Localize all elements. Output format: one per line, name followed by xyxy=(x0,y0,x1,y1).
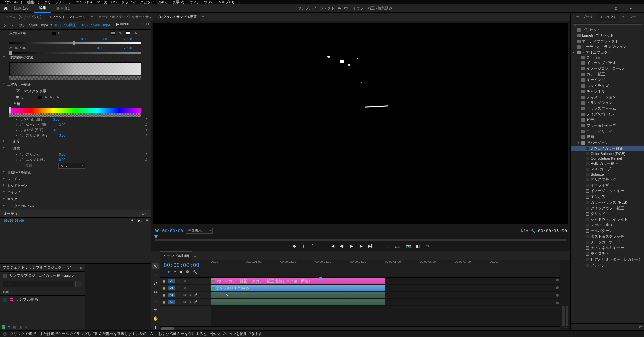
program-timecode[interactable]: 00:00:00:00 xyxy=(154,228,183,233)
effect-folder-item[interactable]: Lumetri プリセット xyxy=(571,33,644,38)
overflow-icon[interactable]: » xyxy=(80,266,82,270)
step-forward-button[interactable]: |▶ xyxy=(358,243,364,249)
timeline-zoom-scrollbar[interactable] xyxy=(160,326,560,330)
project-search-input[interactable] xyxy=(3,281,73,287)
project-panel-title[interactable]: プロジェクト：サンプルプロジェクト_34... xyxy=(3,265,75,270)
eyedropper-icon[interactable]: ✎ xyxy=(58,31,61,36)
play-button[interactable]: ▶ xyxy=(348,243,354,249)
out-white-val[interactable]: 255.0 xyxy=(124,46,137,50)
export-frame-button[interactable]: 📷 xyxy=(405,243,411,249)
list-view-icon[interactable]: ≡ xyxy=(8,325,10,329)
panel-menu-icon[interactable]: ≡ xyxy=(90,15,94,19)
settings-icon[interactable]: ⚙ xyxy=(186,270,189,274)
effect-folder-item[interactable]: イメージコントロール xyxy=(571,66,644,71)
luma-section[interactable]: 輝度 xyxy=(0,145,151,152)
zoom-slider[interactable]: ○─ xyxy=(25,325,30,329)
in-white-val[interactable]: 255.0 xyxy=(124,37,137,41)
menu-window[interactable]: ウィンドウ(W) xyxy=(189,0,214,5)
effect-preset-item[interactable]: スポイト塗り xyxy=(571,222,644,228)
effect-preset-item[interactable]: Convolution Kernel xyxy=(571,156,644,161)
white-swatch[interactable] xyxy=(126,31,130,35)
track-output-v2[interactable] xyxy=(556,279,559,281)
clip-audio-a2[interactable] xyxy=(211,299,385,305)
selection-tool[interactable]: ↖ xyxy=(152,263,159,269)
show-mask-checkbox[interactable] xyxy=(16,89,20,93)
track-head-v1[interactable]: 🔒V1⬚👁 xyxy=(160,285,211,292)
timeline-content[interactable]: 3ウェイカラー補正 二次カラー補正 色相しきい値（開始） サンプル001.mp4… xyxy=(211,278,560,326)
panel-menu-icon[interactable]: ≡ xyxy=(621,15,626,19)
snap-toggle[interactable]: ⁕ xyxy=(167,270,170,274)
collapse-icon[interactable]: ▴ ○ xyxy=(142,211,147,216)
effect-folder-item[interactable]: オーディオトランジション xyxy=(571,44,644,50)
hue-section[interactable]: 色相 xyxy=(0,101,151,107)
invert-dropdown[interactable]: なし xyxy=(58,163,85,169)
workspace-menu-icon[interactable]: ≡ xyxy=(630,6,632,10)
color-label-icon[interactable] xyxy=(2,325,5,329)
effect-folder-item[interactable]: ユーティリティ xyxy=(571,128,644,134)
extract-button[interactable]: ⬚⬚ xyxy=(396,243,402,249)
effect-preset-item[interactable]: テクスチャ xyxy=(571,251,644,257)
effect-preset-item[interactable]: イメージマットキー xyxy=(571,188,644,194)
safe-margins-button[interactable]: ▭ xyxy=(424,243,430,249)
menu-view[interactable]: 表示(V) xyxy=(172,0,184,5)
track-select-tool[interactable]: ⇥ xyxy=(152,271,159,278)
menu-help[interactable]: ヘルプ(H) xyxy=(218,0,234,5)
settings-icon[interactable]: 🔧 xyxy=(531,229,535,233)
auto-levels-section[interactable]: 自動レベル補正 xyxy=(0,169,151,176)
wrench-icon[interactable]: 🔧 xyxy=(193,270,197,274)
timeline-ruler[interactable]: 00:0000:00:01:0000:00:02:0000:00:03:0000… xyxy=(211,260,560,266)
timeline-sequence-tab[interactable]: × サンプル動画 xyxy=(160,251,192,260)
output-level-slider[interactable] xyxy=(9,52,141,54)
in-black-val[interactable]: 0.0 xyxy=(81,37,94,41)
go-to-out-button[interactable]: ▶| xyxy=(367,243,373,249)
tab-markers[interactable]: マー xyxy=(626,13,640,21)
ripple-edit-tool[interactable]: ⇄ xyxy=(152,280,159,287)
reset-icon[interactable]: ↺ xyxy=(144,152,147,157)
tab-effect-controls[interactable]: エフェクトコントロール xyxy=(45,13,89,21)
shadows-section[interactable]: シャドウ xyxy=(0,176,151,182)
effect-folder-item[interactable]: Obsolete xyxy=(571,55,644,60)
zoom-dropdown[interactable]: 全体表示 xyxy=(186,228,213,234)
thresh-end-val[interactable]: 37.95 xyxy=(53,128,61,132)
panel-menu-icon[interactable]: ≡ xyxy=(193,254,198,258)
playhead[interactable] xyxy=(321,278,321,326)
button-editor-button[interactable]: ＋ xyxy=(561,243,567,249)
razor-tool[interactable]: ✂ xyxy=(152,289,159,295)
effect-preset-item[interactable]: イコライザー xyxy=(571,182,644,188)
track-head-v2[interactable]: 🔒V2⬚👁 xyxy=(160,278,211,285)
hue-strip[interactable] xyxy=(9,108,141,113)
track-head-a1[interactable]: 🔒A1⬚MS🎤 xyxy=(160,292,211,299)
play-only-icon[interactable]: ▶₊ xyxy=(138,218,142,223)
type-tool[interactable]: T xyxy=(152,324,159,330)
menu-bar[interactable]: ファイル(F) 編集(E) クリップ(C) シーケンス(S) マーカー(M) グ… xyxy=(0,0,644,4)
pen-tool[interactable]: ✒ xyxy=(152,306,159,313)
program-scrubber[interactable] xyxy=(154,236,567,240)
effect-folder-item[interactable]: スタイライズ xyxy=(571,83,644,89)
keyframe-toggle[interactable] xyxy=(20,134,23,137)
icon-view-icon[interactable]: ▦ xyxy=(13,325,16,329)
home-icon[interactable] xyxy=(3,5,9,11)
effect-folder-item[interactable]: ▾ビデオエフェクト xyxy=(571,50,644,55)
tab-program[interactable]: プログラム：サンプル動画 xyxy=(153,13,200,21)
effect-preset-item[interactable]: アリスマチック xyxy=(571,177,644,182)
share-icon[interactable]: ⇪ xyxy=(622,6,625,10)
effect-preset-item[interactable]: ダスト＆スクラッチ xyxy=(571,234,644,239)
saturation-section[interactable]: 彩度 xyxy=(0,138,151,145)
edgethin-val[interactable]: 0.00 xyxy=(59,158,65,162)
effect-folder-item[interactable]: トランスフォーム xyxy=(571,106,644,111)
effect-folder-item[interactable]: ディストーション xyxy=(571,94,644,100)
reset-icon[interactable]: ↺ xyxy=(144,117,147,122)
filter-icon[interactable]: ▼ xyxy=(130,218,134,223)
soft-end-val[interactable]: 3.00 xyxy=(59,134,65,137)
tab-effects[interactable]: エフェクト xyxy=(597,13,620,21)
clip-fx-adjustment[interactable]: 3ウェイカラー補正 二次カラー補正 色相しきい値（開始） xyxy=(211,278,385,284)
center-swatch[interactable] xyxy=(38,96,42,99)
ec-timecode[interactable]: 00:00:00:00 xyxy=(2,218,26,223)
new-bin-button[interactable] xyxy=(75,281,82,287)
secondary-cc-section[interactable]: 二次カラー補正 xyxy=(0,81,151,88)
mark-in-button[interactable]: { xyxy=(301,243,307,249)
master-levels-section[interactable]: マスターのレベル xyxy=(0,203,151,209)
effect-folder-item[interactable]: ノイズ&グレイン xyxy=(571,111,644,117)
effect-preset-item[interactable]: カラーバランス (HLS) xyxy=(571,200,644,205)
effect-folder-item[interactable]: オーディオエフェクト xyxy=(571,38,644,44)
